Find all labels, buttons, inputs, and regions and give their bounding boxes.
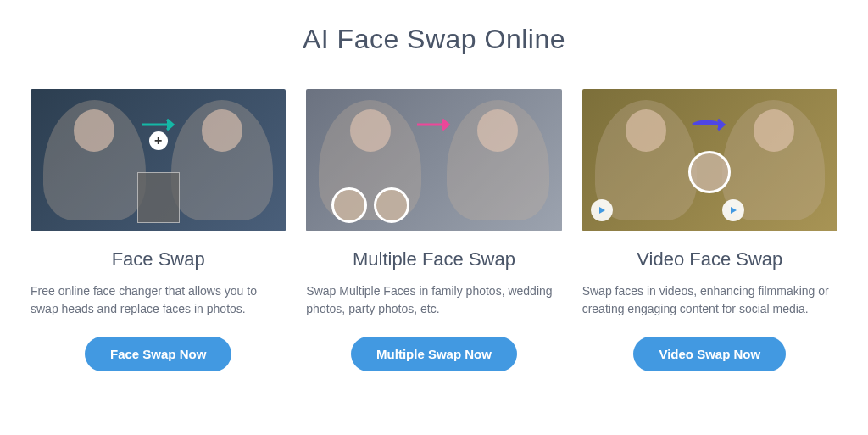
multiple-swap-now-button[interactable]: Multiple Swap Now (351, 337, 517, 371)
arrow-right-icon (688, 116, 731, 133)
plus-icon: + (149, 131, 168, 150)
play-icon (591, 199, 613, 221)
card-multiple-face-swap: Multiple Face Swap Swap Multiple Faces i… (306, 89, 561, 371)
card-description: Free online face changer that allows you… (31, 282, 286, 318)
card-description: Swap Multiple Faces in family photos, we… (306, 282, 561, 318)
cards-container: + Face Swap Free online face changer tha… (31, 89, 837, 371)
face-thumbnail-circle (688, 151, 731, 193)
card-title: Video Face Swap (582, 248, 837, 270)
card-video-face-swap: Video Face Swap Swap faces in videos, en… (582, 89, 837, 371)
video-swap-now-button[interactable]: Video Swap Now (633, 337, 786, 371)
card-title: Multiple Face Swap (306, 248, 561, 270)
face-swap-now-button[interactable]: Face Swap Now (85, 337, 231, 371)
play-icon (722, 199, 744, 221)
card-face-swap: + Face Swap Free online face changer tha… (31, 89, 286, 371)
card-title: Face Swap (31, 248, 286, 270)
arrow-right-icon (413, 116, 455, 133)
card-image-video-face-swap (582, 89, 837, 231)
card-description: Swap faces in videos, enhancing filmmaki… (582, 282, 837, 318)
card-image-face-swap: + (31, 89, 286, 231)
card-image-multiple-face-swap (306, 89, 561, 231)
arrow-right-icon (137, 116, 180, 133)
page-title: AI Face Swap Online (31, 24, 837, 55)
inset-face-thumbnail (137, 172, 180, 223)
